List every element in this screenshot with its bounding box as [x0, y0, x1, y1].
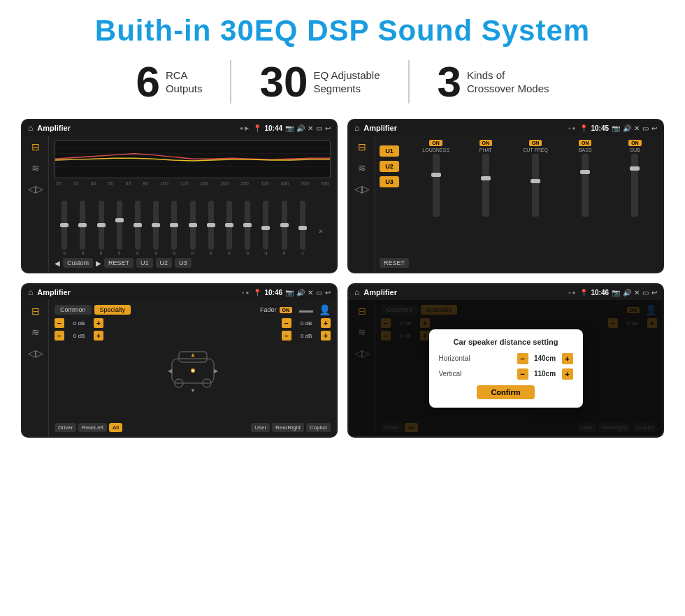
- cross-ch-cutfreq: ON CUT FREQ: [512, 140, 558, 268]
- fader-speaker-icon[interactable]: ◁▷: [28, 348, 43, 359]
- db-minus-tr2[interactable]: −: [282, 331, 291, 341]
- home-icon[interactable]: ⌂: [28, 123, 33, 133]
- crossover-main-area: U1 U2 U3 RESET ON LOUDNESS: [375, 136, 663, 272]
- eq-prev[interactable]: ◀: [55, 259, 60, 267]
- crossover-rect-icon: ▭: [642, 124, 649, 132]
- fader-user-icon[interactable]: 👤: [319, 304, 331, 315]
- fader-sliders-icon[interactable]: ⊟: [31, 306, 40, 317]
- fader-dots: ▪ ●: [243, 289, 250, 296]
- crossover-back-icon: ↩: [651, 124, 657, 132]
- eq-graph: [55, 140, 331, 178]
- eq-side-nav: ⊟ ≋ ◁▷: [22, 136, 49, 272]
- fader-wave-icon[interactable]: ≋: [31, 327, 40, 338]
- crossover-wave-icon[interactable]: ≋: [358, 162, 366, 173]
- loc-rear-right[interactable]: RearRight: [272, 423, 304, 432]
- crossover-speaker-icon[interactable]: ◁▷: [354, 183, 370, 194]
- cross-ch-phat: ON PHAT: [462, 140, 509, 268]
- slider-track-1[interactable]: [80, 201, 85, 250]
- fader-time: 10:46: [264, 289, 282, 296]
- fader-home-icon[interactable]: ⌂: [28, 287, 33, 297]
- slider-track-12[interactable]: [282, 201, 287, 250]
- slider-track-5[interactable]: [153, 201, 159, 250]
- loudness-track[interactable]: [433, 154, 440, 217]
- db-plus-tl1[interactable]: +: [94, 318, 103, 328]
- slider-track-11[interactable]: [263, 201, 268, 250]
- crossover-home-icon[interactable]: ⌂: [354, 123, 359, 133]
- freq-320: 320: [261, 181, 269, 186]
- fader-content: ⊟ ≋ ◁▷ Common Specialty Fader ON ▬▬ 👤: [22, 300, 336, 436]
- tab-specialty[interactable]: Specialty: [94, 305, 131, 315]
- db-plus-tl2[interactable]: +: [94, 331, 103, 341]
- preset-u2[interactable]: U2: [380, 161, 399, 172]
- fader-status-icons: 📍 10:46 📷 🔊 ✕ ▭ ↩: [253, 289, 331, 296]
- slider-track-4[interactable]: [135, 201, 140, 250]
- eq-sliders-icon[interactable]: ⊟: [31, 141, 40, 152]
- stat-number-eq: 30: [259, 60, 308, 103]
- vertical-label: Vertical: [439, 370, 462, 378]
- db-minus-tr1[interactable]: −: [282, 318, 291, 328]
- slider-track-0[interactable]: [62, 201, 67, 250]
- horizontal-minus[interactable]: −: [517, 353, 528, 364]
- eq-reset-btn[interactable]: RESET: [104, 258, 134, 268]
- freq-125: 125: [180, 181, 189, 186]
- eq-preset-custom[interactable]: Custom: [63, 258, 93, 268]
- db-minus-tl2[interactable]: −: [55, 331, 64, 341]
- db-minus-tl1[interactable]: −: [55, 318, 64, 328]
- stat-text-rca: RCAOutputs: [166, 69, 203, 96]
- crossover-sliders-icon[interactable]: ⊟: [358, 141, 366, 152]
- vertical-minus[interactable]: −: [517, 368, 528, 380]
- svg-point-9: [192, 370, 194, 372]
- stats-row: 6 RCAOutputs 30 EQ AdjustableSegments 3 …: [21, 60, 664, 103]
- freq-250: 250: [240, 181, 249, 186]
- db-plus-tr1[interactable]: +: [321, 318, 331, 328]
- freq-63: 63: [125, 181, 131, 186]
- bass-on-badge: ON: [579, 140, 592, 146]
- car-diagram: ▲ ▼ ◀ ▶: [108, 318, 277, 420]
- loc-copilot[interactable]: Copilot: [306, 423, 331, 432]
- vertical-plus[interactable]: +: [562, 368, 573, 380]
- fader-cam-icon: 📷: [285, 289, 294, 296]
- eq-back-icon: ↩: [325, 124, 331, 132]
- bass-label: BASS: [579, 148, 592, 152]
- eq-u1-btn[interactable]: U1: [136, 258, 153, 268]
- sub-label: SUB: [630, 148, 640, 152]
- tab-common[interactable]: Common: [55, 305, 92, 315]
- loc-all[interactable]: All: [109, 423, 122, 432]
- slider-track-8[interactable]: [208, 201, 214, 250]
- phat-track[interactable]: [482, 154, 489, 217]
- sub-track[interactable]: [631, 154, 638, 217]
- loc-driver[interactable]: Driver: [55, 423, 76, 432]
- slider-track-13[interactable]: [300, 201, 305, 250]
- horizontal-label: Horizontal: [439, 354, 470, 362]
- confirm-button[interactable]: Confirm: [477, 385, 534, 399]
- svg-text:▲: ▲: [190, 352, 196, 358]
- dialog-loc-icon: 📍: [579, 289, 588, 296]
- dialog-back-icon: ↩: [651, 289, 657, 296]
- eq-next[interactable]: ▶: [96, 259, 101, 267]
- freq-80: 80: [143, 181, 148, 186]
- cutfreq-track[interactable]: [532, 154, 539, 217]
- bass-track[interactable]: [582, 154, 589, 217]
- slider-track-3[interactable]: [117, 201, 122, 250]
- eq-u2-btn[interactable]: U2: [156, 258, 173, 268]
- sub-on-badge: ON: [628, 140, 642, 146]
- slider-track-9[interactable]: [226, 201, 232, 250]
- stat-rca: 6 RCAOutputs: [108, 60, 231, 103]
- eq-wave-icon[interactable]: ≋: [31, 162, 40, 173]
- dialog-home-icon[interactable]: ⌂: [354, 287, 359, 297]
- eq-u3-btn[interactable]: U3: [175, 258, 192, 268]
- loc-rear-left[interactable]: RearLeft: [78, 423, 107, 432]
- crossover-reset-btn[interactable]: RESET: [380, 258, 409, 268]
- slider-track-6[interactable]: [171, 201, 177, 250]
- eq-speaker-icon[interactable]: ◁▷: [28, 183, 43, 194]
- db-plus-tr2[interactable]: +: [321, 331, 331, 341]
- loc-user[interactable]: User: [251, 423, 270, 432]
- eq-dot1: ● ▶: [240, 125, 249, 131]
- horizontal-plus[interactable]: +: [562, 353, 573, 364]
- slider-track-10[interactable]: [245, 201, 250, 250]
- slider-track-2[interactable]: [99, 201, 104, 250]
- preset-u3[interactable]: U3: [380, 176, 399, 187]
- preset-u1[interactable]: U1: [380, 145, 399, 157]
- slider-track-7[interactable]: [190, 201, 196, 250]
- dialog-cam-icon: 📷: [612, 289, 620, 296]
